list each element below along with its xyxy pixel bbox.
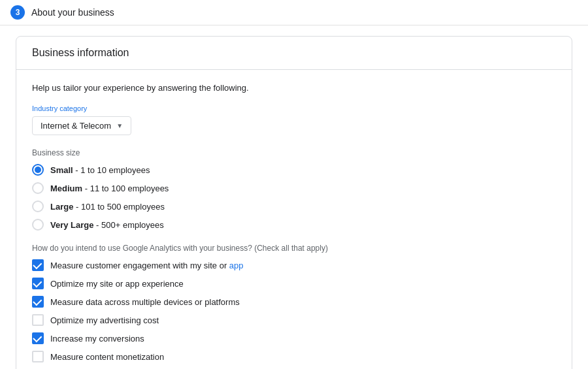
main-content: Business information Help us tailor your… <box>0 25 588 369</box>
radio-very-large-label: Very Large - 500+ employees <box>50 220 164 230</box>
radio-large-label: Large - 101 to 500 employees <box>50 202 165 212</box>
checkbox-advertising-label: Optimize my advertising cost <box>50 315 159 325</box>
card-title: Business information <box>32 47 129 58</box>
industry-field: Industry category Internet & Telecom ▼ <box>32 104 556 135</box>
radio-large[interactable]: Large - 101 to 500 employees <box>32 201 556 212</box>
radio-small-label: Small - 1 to 10 employees <box>50 165 150 175</box>
industry-value: Internet & Telecom <box>41 121 111 131</box>
checkbox-optimize-site-input[interactable] <box>32 278 44 289</box>
checkbox-advertising-input[interactable] <box>32 314 44 326</box>
checkbox-optimize-site[interactable]: Optimize my site or app experience <box>32 278 556 289</box>
step-number: 3 <box>10 5 25 20</box>
checkbox-conversions-label: Increase my conversions <box>50 334 144 344</box>
checkbox-measure-devices[interactable]: Measure data across multiple devices or … <box>32 296 556 308</box>
radio-small-input[interactable] <box>32 164 44 176</box>
business-size-label: Business size <box>32 148 556 157</box>
industry-dropdown[interactable]: Internet & Telecom ▼ <box>32 116 131 135</box>
radio-very-large-input[interactable] <box>32 219 44 231</box>
ga-checkbox-group: Measure customer engagement with my site… <box>32 259 556 369</box>
chevron-down-icon: ▼ <box>116 122 123 129</box>
checkbox-measure-devices-label: Measure data across multiple devices or … <box>50 297 240 307</box>
radio-large-input[interactable] <box>32 201 44 212</box>
checkbox-measure-devices-input[interactable] <box>32 296 44 308</box>
industry-label: Industry category <box>32 104 556 112</box>
business-size-group: Small - 1 to 10 employees Medium - 11 to… <box>32 164 556 231</box>
radio-very-large[interactable]: Very Large - 500+ employees <box>32 219 556 231</box>
help-text: Help us tailor your experience by answer… <box>32 83 556 93</box>
page-title: About your business <box>31 7 114 18</box>
checkbox-measure-engagement[interactable]: Measure customer engagement with my site… <box>32 259 556 271</box>
radio-medium-input[interactable] <box>32 182 44 194</box>
checkbox-monetization-label: Measure content monetization <box>50 352 164 362</box>
ga-question: How do you intend to use Google Analytic… <box>32 244 556 253</box>
checkbox-optimize-site-label: Optimize my site or app experience <box>50 279 184 289</box>
checkbox-advertising[interactable]: Optimize my advertising cost <box>32 314 556 326</box>
page-header: 3 About your business <box>0 0 588 25</box>
radio-small[interactable]: Small - 1 to 10 employees <box>32 164 556 176</box>
checkbox-conversions-input[interactable] <box>32 332 44 344</box>
checkbox-measure-engagement-label: Measure customer engagement with my site… <box>50 261 244 270</box>
checkbox-monetization[interactable]: Measure content monetization <box>32 351 556 362</box>
card-body: Help us tailor your experience by answer… <box>16 70 572 369</box>
checkbox-conversions[interactable]: Increase my conversions <box>32 332 556 344</box>
card-header: Business information <box>16 37 572 70</box>
checkbox-measure-engagement-input[interactable] <box>32 259 44 271</box>
business-info-card: Business information Help us tailor your… <box>16 36 572 369</box>
app-link[interactable]: app <box>229 261 244 270</box>
radio-medium[interactable]: Medium - 11 to 100 employees <box>32 182 556 194</box>
checkbox-monetization-input[interactable] <box>32 351 44 362</box>
radio-medium-label: Medium - 11 to 100 employees <box>50 184 169 193</box>
